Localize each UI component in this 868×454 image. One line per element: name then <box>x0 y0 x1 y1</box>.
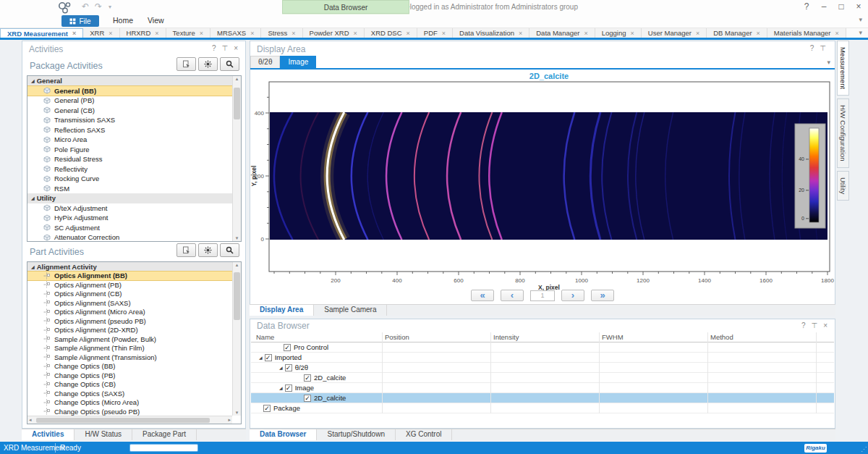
checkbox[interactable]: ✓ <box>304 374 311 382</box>
xrd-2d-image-plot[interactable]: 2D_calcite200400600800100012001400160018… <box>250 70 835 290</box>
expander-icon[interactable]: ◢ <box>27 196 37 201</box>
activity-item-pole-figure[interactable]: Pole Figure <box>27 145 241 155</box>
column-header-intensity[interactable]: Intensity <box>493 333 519 341</box>
close-button[interactable]: × <box>854 1 864 12</box>
close-tab-icon[interactable]: × <box>155 30 158 37</box>
help-button[interactable]: ? <box>801 1 812 12</box>
activity-item-change-optics-micro-area[interactable]: Change Optics (Micro Area) <box>27 398 241 408</box>
close-icon[interactable]: × <box>234 44 238 52</box>
activity-item-general-cb[interactable]: General (CB) <box>27 106 241 116</box>
next-frame-button[interactable]: › <box>561 290 584 301</box>
activity-item-residual-stress[interactable]: Residual Stress <box>27 154 241 164</box>
tab-xg-control[interactable]: XG Control <box>396 429 452 440</box>
checkbox[interactable]: ✓ <box>285 364 292 371</box>
expander-icon[interactable]: ◢ <box>27 78 37 83</box>
pin-icon[interactable]: ⊤ <box>221 44 228 52</box>
scroll-thumb[interactable] <box>234 272 240 320</box>
menu-home[interactable]: Home <box>109 16 137 25</box>
maximize-button[interactable]: □ <box>836 1 846 12</box>
ribbon-collapse-icon[interactable]: ▾ <box>859 16 862 23</box>
pin-icon[interactable]: ⊤ <box>811 321 817 329</box>
checkbox[interactable]: ✓ <box>265 354 272 361</box>
data-row-package[interactable]: ✓Package <box>251 403 834 413</box>
activity-item-change-optics-pseudo-pb[interactable]: Change Optics (pseudo PB) <box>27 407 241 416</box>
activity-item-reflectivity[interactable]: Reflectivity <box>27 164 241 175</box>
minimize-button[interactable]: – <box>819 1 829 12</box>
tab-h-w-status[interactable]: H/W Status <box>75 429 132 440</box>
close-tab-icon[interactable]: × <box>835 30 839 37</box>
tab-display-area[interactable]: Display Area <box>250 305 314 316</box>
file-button[interactable]: File <box>61 15 99 27</box>
tab-startup-shutdown[interactable]: Startup/Shutdown <box>317 429 396 440</box>
close-tab-icon[interactable]: × <box>72 30 76 37</box>
column-header-fwhm[interactable]: FWHM <box>602 333 624 341</box>
help-icon[interactable]: ? <box>810 44 814 52</box>
data-row-pro-control[interactable]: ✓Pro Control <box>251 342 834 353</box>
checkbox[interactable]: ✓ <box>304 395 311 402</box>
module-tab-pdf[interactable]: PDF× <box>417 28 453 38</box>
activity-item-hypix-adjustment[interactable]: HyPix Adjustment <box>27 213 241 223</box>
horizontal-scrollbar[interactable]: ◂▸ <box>27 416 232 424</box>
data-row-imported[interactable]: ◢✓Imported <box>251 353 834 363</box>
tree-group-utility[interactable]: ◢Utility <box>27 193 241 203</box>
report-button[interactable] <box>176 243 196 257</box>
module-tab-data-visualization[interactable]: Data Visualization× <box>453 28 529 38</box>
vertical-scrollbar[interactable]: ▴▾ <box>232 76 241 241</box>
close-tab-icon[interactable]: × <box>354 30 357 37</box>
close-tab-icon[interactable]: × <box>250 30 254 37</box>
module-tab-user-manager[interactable]: User Manager× <box>642 28 707 38</box>
activity-item-optics-alignment-pseudo-pb[interactable]: Optics Alignment (pseudo PB) <box>27 316 241 326</box>
pin-icon[interactable]: ⊤ <box>820 44 826 52</box>
scroll-thumb[interactable] <box>36 418 210 423</box>
data-row-image[interactable]: ◢✓Image <box>251 383 834 393</box>
activity-item-change-optics-saxs[interactable]: Change Optics (SAXS) <box>27 389 241 398</box>
tab-activities[interactable]: Activities <box>22 429 75 440</box>
activity-item-sc-adjustment[interactable]: SC Adjustment <box>27 223 241 233</box>
module-tab-xrd-measurement[interactable]: XRD Measurement× <box>0 28 83 38</box>
report-button[interactable] <box>176 57 196 71</box>
activity-item-optics-alignment-bb[interactable]: Optics Alignment (BB) <box>27 272 241 281</box>
activity-item-change-optics-pb[interactable]: Change Optics (PB) <box>27 371 241 380</box>
module-tabs-dropdown-icon[interactable]: ▾ <box>859 29 862 36</box>
scroll-up-icon[interactable]: ▴ <box>233 262 241 268</box>
help-icon[interactable]: ? <box>801 321 806 329</box>
module-tab-logging[interactable]: Logging× <box>595 28 642 38</box>
module-tab-xrd-dsc[interactable]: XRD DSC× <box>365 28 417 38</box>
activity-item-change-optics-bb[interactable]: Change Optics (BB) <box>27 362 241 371</box>
data-row-2[interactable]: ◢✓θ/2θ <box>251 363 834 373</box>
data-row-2d-calcite[interactable]: ✓2D_calcite <box>251 373 834 383</box>
close-tab-icon[interactable]: × <box>757 30 760 37</box>
tree-group-general[interactable]: ◢General <box>27 76 241 86</box>
display-tabs-dropdown-icon[interactable]: ▾ <box>827 59 830 66</box>
close-icon[interactable]: × <box>823 321 827 329</box>
activity-item-attenuator-correction[interactable]: Attenuator Correction <box>27 232 241 242</box>
activity-item-d-tex-adjustment[interactable]: D/teX Adjustment <box>27 203 241 214</box>
close-tab-icon[interactable]: × <box>109 30 112 37</box>
frame-number-input[interactable] <box>530 290 555 301</box>
dock-tab-h-w-configuration[interactable]: H/W Configuration <box>837 98 849 168</box>
checkbox[interactable]: ✓ <box>263 405 271 412</box>
tab-package-part[interactable]: Package Part <box>132 429 197 440</box>
close-tab-icon[interactable]: × <box>200 30 203 37</box>
expander-icon[interactable]: ◢ <box>276 365 285 370</box>
module-tab-mrsaxs[interactable]: MRSAXS× <box>210 28 261 38</box>
tab-sample-camera[interactable]: Sample Camera <box>314 305 387 316</box>
module-tab-xrr[interactable]: XRR× <box>83 28 119 38</box>
help-icon[interactable]: ? <box>212 44 216 52</box>
close-tab-icon[interactable]: × <box>631 30 634 37</box>
dock-tab-utility[interactable]: Utility <box>837 171 849 201</box>
activity-item-optics-alignment-2d-xrd[interactable]: Optics Alignment (2D-XRD) <box>27 326 241 335</box>
scroll-down-icon[interactable]: ▾ <box>233 235 241 241</box>
close-tab-icon[interactable]: × <box>442 30 446 37</box>
dock-tab-measurement[interactable]: Measurement <box>837 41 849 96</box>
close-tab-icon[interactable]: × <box>696 30 699 37</box>
module-tab-stress[interactable]: Stress× <box>261 28 302 38</box>
activity-item-sample-alignment-transmission[interactable]: Sample Alignment (Transmission) <box>27 353 241 362</box>
module-tab-powder-xrd[interactable]: Powder XRD× <box>303 28 365 38</box>
checkbox[interactable]: ✓ <box>285 384 292 392</box>
view-tab-image[interactable]: Image <box>280 56 316 68</box>
tree-group-alignment-activity[interactable]: ◢Alignment Activity <box>27 262 241 272</box>
activity-item-rocking-curve[interactable]: Rocking Curve <box>27 174 241 184</box>
column-header-position[interactable]: Position <box>385 333 409 341</box>
activity-item-sample-alignment-powder-bulk[interactable]: Sample Alignment (Powder, Bulk) <box>27 335 241 344</box>
